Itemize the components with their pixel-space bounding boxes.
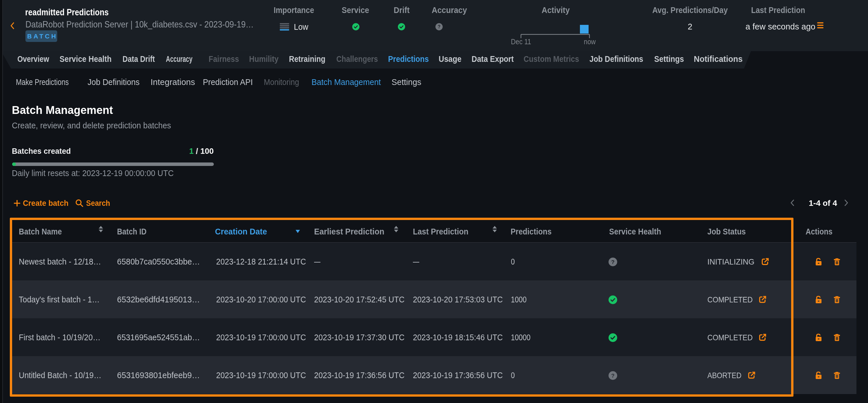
svg-text:?: ? [438, 24, 441, 29]
